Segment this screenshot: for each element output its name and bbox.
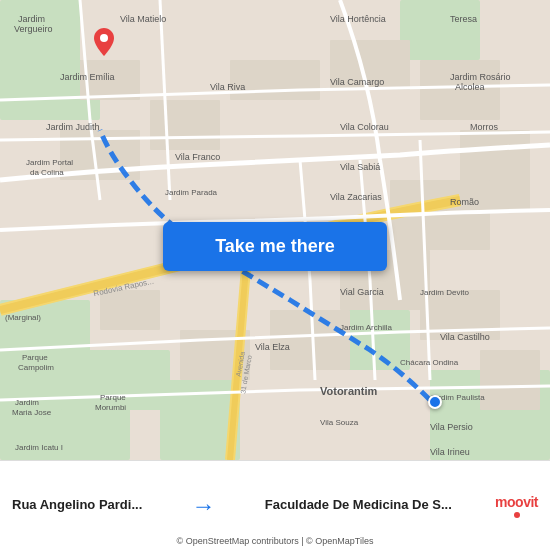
svg-text:Vila Camargo: Vila Camargo <box>330 77 384 87</box>
svg-text:Campolim: Campolim <box>18 363 54 372</box>
moovit-text: moovit <box>495 494 538 510</box>
svg-text:Chácara Ondina: Chácara Ondina <box>400 358 459 367</box>
svg-text:Romão: Romão <box>450 197 479 207</box>
svg-text:Jardim Archilla: Jardim Archilla <box>340 323 393 332</box>
svg-text:Vila Zacarias: Vila Zacarias <box>330 192 382 202</box>
svg-rect-19 <box>270 310 350 370</box>
destination-pin <box>94 28 114 56</box>
svg-text:Jardim: Jardim <box>18 14 45 24</box>
svg-rect-12 <box>150 100 220 150</box>
svg-point-66 <box>100 34 108 42</box>
moovit-dot <box>514 512 520 518</box>
svg-text:Maria Jose: Maria Jose <box>12 408 52 417</box>
svg-text:Vila Souza: Vila Souza <box>320 418 359 427</box>
svg-text:Vila Riva: Vila Riva <box>210 82 245 92</box>
arrow-icon: → <box>192 492 216 520</box>
svg-text:Jardim Devito: Jardim Devito <box>420 288 469 297</box>
svg-text:Vila Castilho: Vila Castilho <box>440 332 490 342</box>
svg-text:Vila Sabiá: Vila Sabiá <box>340 162 380 172</box>
svg-rect-13 <box>230 60 320 100</box>
svg-text:Jardim: Jardim <box>15 398 39 407</box>
map-container: Jardim Vergueiro Vila Matielo Vila Hortê… <box>0 0 550 460</box>
svg-rect-23 <box>480 350 540 410</box>
svg-text:da Colina: da Colina <box>30 168 64 177</box>
svg-text:Jardim Emília: Jardim Emília <box>60 72 115 82</box>
svg-text:Jardim Rosário: Jardim Rosário <box>450 72 511 82</box>
svg-text:Jardim Icatu I: Jardim Icatu I <box>15 443 63 452</box>
svg-text:Morros: Morros <box>470 122 499 132</box>
svg-rect-8 <box>400 0 480 60</box>
svg-text:Vila Irineu: Vila Irineu <box>430 447 470 457</box>
svg-text:Teresa: Teresa <box>450 14 477 24</box>
svg-text:Jardim Parada: Jardim Parada <box>165 188 218 197</box>
moovit-logo: moovit <box>495 494 538 518</box>
svg-text:Vila Colorau: Vila Colorau <box>340 122 389 132</box>
svg-text:Vila Hortência: Vila Hortência <box>330 14 386 24</box>
svg-text:Vila Persio: Vila Persio <box>430 422 473 432</box>
origin-name: Rua Angelino Pardi... <box>12 497 142 514</box>
svg-text:Vial Garcia: Vial Garcia <box>340 287 384 297</box>
destination-box: Faculdade De Medicina De S... <box>265 497 452 514</box>
svg-text:Vila Matielo: Vila Matielo <box>120 14 166 24</box>
svg-rect-21 <box>100 290 160 330</box>
svg-text:Votorantim: Votorantim <box>320 385 377 397</box>
svg-text:Jardim Portal: Jardim Portal <box>26 158 73 167</box>
svg-text:(Marginal): (Marginal) <box>5 313 41 322</box>
svg-text:Parque: Parque <box>100 393 126 402</box>
svg-text:Vila Franco: Vila Franco <box>175 152 220 162</box>
svg-text:Vergueiro: Vergueiro <box>14 24 53 34</box>
map-attribution: © OpenStreetMap contributors | © OpenMap… <box>177 536 374 546</box>
take-me-there-button[interactable]: Take me there <box>163 222 387 271</box>
button-label: Take me there <box>215 236 335 257</box>
svg-text:Morumbi: Morumbi <box>95 403 126 412</box>
origin-box: Rua Angelino Pardi... <box>12 497 142 514</box>
destination-name: Faculdade De Medicina De S... <box>265 497 452 514</box>
route-start-dot <box>428 395 442 409</box>
svg-text:Jardim Judith: Jardim Judith <box>46 122 100 132</box>
svg-text:Alcolea: Alcolea <box>455 82 485 92</box>
bottom-bar: Rua Angelino Pardi... → Faculdade De Med… <box>0 460 550 550</box>
svg-text:Parque: Parque <box>22 353 48 362</box>
svg-text:Vila Elza: Vila Elza <box>255 342 290 352</box>
